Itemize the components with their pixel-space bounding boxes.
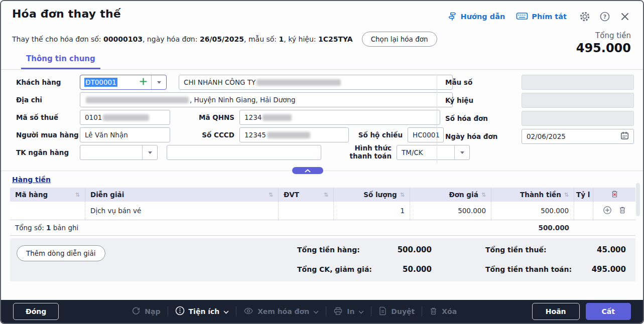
refresh-icon xyxy=(132,306,141,317)
utilities-button[interactable]: Tiện ích xyxy=(175,306,229,317)
col-header-thanh-tien[interactable]: Thành tiền⇅ xyxy=(491,188,574,202)
table-scrollbar[interactable] xyxy=(636,183,640,216)
col-header-dien-giai[interactable]: Diễn giải⇅ xyxy=(85,188,279,202)
print-button[interactable]: In xyxy=(333,306,364,317)
cell-don-gia[interactable]: 500.000 xyxy=(410,202,491,220)
reload-button[interactable]: Nạp xyxy=(132,306,160,317)
settings-gear-icon[interactable] xyxy=(578,10,592,24)
svg-text:?: ? xyxy=(603,14,606,20)
toolbar-divider xyxy=(371,306,371,316)
cell-so-luong[interactable]: 1 xyxy=(334,202,410,220)
cell-thanh-tien[interactable]: 500.000 xyxy=(491,202,574,220)
summary-item: Tổng tiền thuế: 45.000 xyxy=(485,245,626,254)
redacted-text xyxy=(263,114,292,121)
calendar-icon[interactable] xyxy=(620,131,629,141)
col-header-so-luong[interactable]: Số lượng⇅ xyxy=(334,188,410,202)
toolbar-divider xyxy=(168,306,168,316)
cccd-input[interactable]: 12345 xyxy=(239,127,349,142)
cell-actions xyxy=(593,202,635,220)
tab-general-info[interactable]: Thông tin chung xyxy=(21,54,100,69)
template-no-input xyxy=(522,75,634,90)
add-description-row-button[interactable]: Thêm dòng diễn giải xyxy=(17,245,105,261)
buyer-label: Người mua hàng xyxy=(16,131,80,139)
sort-icon[interactable]: ⇅ xyxy=(564,192,569,198)
customer-label: Khách hàng xyxy=(16,78,80,86)
address-input[interactable]: , Huyện Ninh Giang, Hải Dương xyxy=(80,92,453,107)
col-header-don-gia[interactable]: Đơn giá⇅ xyxy=(410,188,491,202)
bank-account-label: TK ngân hàng xyxy=(16,148,80,156)
invoice-date-label: Ngày hóa đơn xyxy=(445,132,522,140)
shortcut-link[interactable]: Phím tắt xyxy=(516,12,567,22)
bottom-toolbar: Đóng Nạp Tiện ích xyxy=(1,300,643,323)
totals-summary: Thêm dòng diễn giải Tổng tiền hàng: 500.… xyxy=(10,238,635,281)
chevron-down-icon xyxy=(223,307,229,315)
bank-account-select[interactable] xyxy=(80,145,158,160)
invoice-window: Hóa đơn thay thế Hướng dẫn xyxy=(0,0,644,324)
help-icon[interactable]: ? xyxy=(598,10,612,24)
delete-row-icon[interactable] xyxy=(618,206,626,216)
customer-name-input[interactable]: CHI NHÁNH CÔNG TY xyxy=(179,75,453,90)
hang-tien-link[interactable]: Hàng tiền xyxy=(12,176,51,184)
redacted-text xyxy=(256,79,341,86)
table-row[interactable]: Dịch vụ bán vé 1 500.000 500.000 xyxy=(10,202,635,220)
invoice-no-label: Số hóa đơn xyxy=(445,114,522,122)
cell-ty-le[interactable] xyxy=(574,202,593,220)
buyer-input[interactable]: Lê Văn Nhận xyxy=(80,127,170,142)
postpone-button[interactable]: Hoãn xyxy=(532,303,580,320)
sort-icon[interactable]: ⇅ xyxy=(400,192,405,198)
col-header-dvt[interactable]: ĐVT⇅ xyxy=(279,188,334,202)
chevron-down-icon xyxy=(313,307,319,315)
guide-link[interactable]: Hướng dẫn xyxy=(447,11,505,23)
approve-button[interactable]: Duyệt xyxy=(378,306,415,317)
utilities-icon xyxy=(175,306,185,317)
sort-icon[interactable]: ⇅ xyxy=(269,192,273,198)
invoice-no-input xyxy=(522,111,634,126)
redacted-text xyxy=(267,132,310,138)
col-header-ty-le[interactable]: Tỷ l xyxy=(574,188,593,202)
chevron-down-icon xyxy=(358,307,364,315)
tax-code-input[interactable]: 0101 xyxy=(80,110,170,125)
grand-total-value: 495.000 xyxy=(576,41,631,55)
bank-dropdown-icon[interactable] xyxy=(142,145,157,159)
table-footer-row: Tổng số: 1 bản ghi 500.000 xyxy=(10,220,635,236)
toolbar-divider xyxy=(422,306,422,316)
template-no-label: Mẫu số xyxy=(445,78,522,86)
reselect-invoice-button[interactable]: Chọn lại hóa đơn xyxy=(362,32,437,47)
printer-icon xyxy=(333,306,343,317)
summary-item: Tổng tiền thanh toán: 495.000 xyxy=(485,265,626,274)
cell-dien-giai[interactable]: Dịch vụ bán vé xyxy=(85,202,279,220)
cell-dvt[interactable] xyxy=(279,202,334,220)
delete-button[interactable]: Xóa xyxy=(429,306,457,317)
sort-icon[interactable]: ⇅ xyxy=(75,192,80,198)
summary-item: Tổng tiền hàng: 500.000 xyxy=(297,245,432,254)
save-button[interactable]: Cất xyxy=(586,303,631,320)
col-header-actions xyxy=(593,188,635,202)
qhns-input[interactable]: 1234 xyxy=(239,110,440,125)
close-icon[interactable] xyxy=(618,10,632,24)
customer-code-input[interactable]: ĐT00001 xyxy=(80,75,167,90)
customer-dropdown-icon[interactable] xyxy=(151,75,166,89)
replaced-invoice-info: Thay thế cho hóa đơn số: 00000103, ngày … xyxy=(12,35,353,43)
header: Hóa đơn thay thế Hướng dẫn xyxy=(1,1,643,70)
sort-icon[interactable]: ⇅ xyxy=(324,192,328,198)
line-items-section: Hàng tiền Mã hàng⇅ Diễn giải⇅ ĐVT⇅ Số lư… xyxy=(1,171,643,281)
symbol-input xyxy=(522,93,634,108)
invoice-date-input[interactable]: 02/06/2025 xyxy=(522,129,634,144)
col-header-ma-hang[interactable]: Mã hàng⇅ xyxy=(10,188,85,202)
add-row-icon[interactable] xyxy=(603,206,612,216)
collapse-form-button[interactable] xyxy=(292,167,323,174)
cccd-label: Số CCCD xyxy=(170,131,239,139)
eye-icon xyxy=(243,307,253,316)
symbol-label: Ký hiệu xyxy=(445,96,522,104)
table-header-row: Mã hàng⇅ Diễn giải⇅ ĐVT⇅ Số lượng⇅ Đơn g… xyxy=(10,188,635,202)
tax-code-label: Mã số thuế xyxy=(16,113,80,121)
add-customer-icon[interactable] xyxy=(140,78,147,87)
delete-all-icon[interactable] xyxy=(610,190,619,200)
grand-total: Tổng tiền 495.000 xyxy=(576,31,631,55)
sort-icon[interactable]: ⇅ xyxy=(481,192,486,198)
cell-ma-hang[interactable] xyxy=(10,202,85,220)
bank-name-input[interactable] xyxy=(167,145,321,160)
thanh-tien-total: 500.000 xyxy=(491,224,574,232)
close-button[interactable]: Đóng xyxy=(13,303,59,320)
view-invoice-button[interactable]: Xem hóa đơn xyxy=(243,307,319,316)
